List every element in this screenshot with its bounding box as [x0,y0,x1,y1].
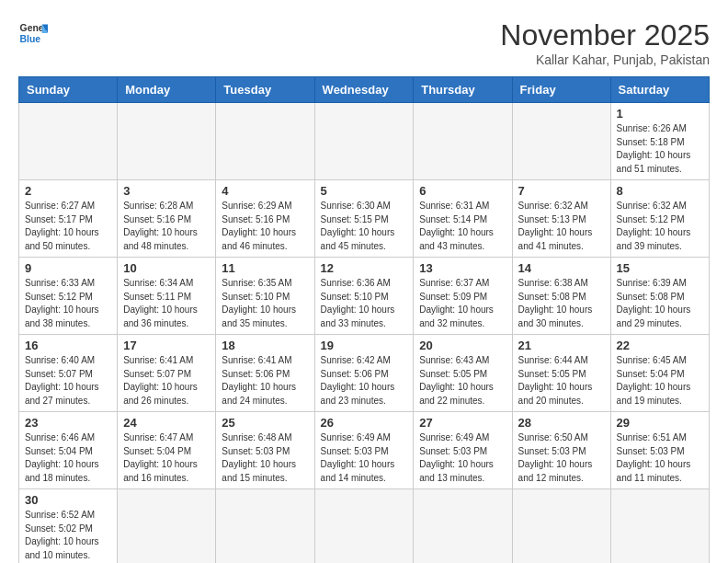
day-info: Sunrise: 6:37 AM Sunset: 5:09 PM Dayligh… [419,277,506,330]
calendar-cell [414,489,512,564]
day-info: Sunrise: 6:38 AM Sunset: 5:08 PM Dayligh… [518,277,605,330]
day-info: Sunrise: 6:26 AM Sunset: 5:18 PM Dayligh… [617,122,703,176]
calendar-cell: 4Sunrise: 6:29 AM Sunset: 5:16 PM Daylig… [216,180,314,258]
calendar-cell: 10Sunrise: 6:34 AM Sunset: 5:11 PM Dayli… [118,258,216,335]
day-info: Sunrise: 6:29 AM Sunset: 5:16 PM Dayligh… [222,200,308,253]
day-number: 19 [321,339,408,352]
day-info: Sunrise: 6:32 AM Sunset: 5:13 PM Dayligh… [518,200,605,253]
calendar-cell: 16Sunrise: 6:40 AM Sunset: 5:07 PM Dayli… [19,335,118,412]
day-info: Sunrise: 6:47 AM Sunset: 5:04 PM Dayligh… [123,431,210,485]
day-number: 21 [518,339,605,352]
day-number: 3 [123,184,210,198]
day-number: 14 [518,261,605,275]
weekday-header-sunday: Sunday [19,77,118,103]
calendar-cell: 3Sunrise: 6:28 AM Sunset: 5:16 PM Daylig… [118,180,216,258]
day-info: Sunrise: 6:49 AM Sunset: 5:03 PM Dayligh… [321,431,408,485]
calendar-cell: 9Sunrise: 6:33 AM Sunset: 5:12 PM Daylig… [19,258,118,335]
day-number: 10 [123,261,210,275]
day-number: 23 [25,416,111,430]
day-number: 30 [25,493,111,507]
calendar-cell: 11Sunrise: 6:35 AM Sunset: 5:10 PM Dayli… [216,258,314,335]
day-info: Sunrise: 6:43 AM Sunset: 5:05 PM Dayligh… [419,354,506,408]
day-number: 12 [321,261,408,275]
calendar-cell: 14Sunrise: 6:38 AM Sunset: 5:08 PM Dayli… [512,258,610,335]
weekday-header-tuesday: Tuesday [216,77,314,103]
month-title: November 2025 [500,18,710,52]
day-info: Sunrise: 6:45 AM Sunset: 5:04 PM Dayligh… [617,354,703,408]
day-number: 5 [321,184,408,198]
calendar-cell: 17Sunrise: 6:41 AM Sunset: 5:07 PM Dayli… [118,335,216,412]
day-info: Sunrise: 6:36 AM Sunset: 5:10 PM Dayligh… [321,277,408,330]
calendar-cell [118,103,216,180]
calendar-cell: 28Sunrise: 6:50 AM Sunset: 5:03 PM Dayli… [512,412,610,489]
calendar-cell: 21Sunrise: 6:44 AM Sunset: 5:05 PM Dayli… [512,335,610,412]
calendar-cell: 25Sunrise: 6:48 AM Sunset: 5:03 PM Dayli… [216,412,314,489]
weekday-header-friday: Friday [512,77,610,103]
calendar-week-2: 2Sunrise: 6:27 AM Sunset: 5:17 PM Daylig… [19,180,710,258]
calendar-cell: 12Sunrise: 6:36 AM Sunset: 5:10 PM Dayli… [314,258,414,335]
calendar-table: SundayMondayTuesdayWednesdayThursdayFrid… [18,76,710,563]
location-subtitle: Kallar Kahar, Punjab, Pakistan [500,52,710,67]
day-info: Sunrise: 6:35 AM Sunset: 5:10 PM Dayligh… [222,277,308,330]
calendar-cell: 5Sunrise: 6:30 AM Sunset: 5:15 PM Daylig… [314,180,414,258]
day-number: 28 [518,416,605,430]
day-number: 27 [419,416,506,430]
day-number: 1 [617,107,703,121]
day-info: Sunrise: 6:30 AM Sunset: 5:15 PM Dayligh… [321,200,408,253]
day-number: 7 [518,184,605,198]
day-info: Sunrise: 6:32 AM Sunset: 5:12 PM Dayligh… [617,200,703,253]
weekday-header-thursday: Thursday [414,77,512,103]
calendar-cell: 18Sunrise: 6:41 AM Sunset: 5:06 PM Dayli… [216,335,314,412]
day-number: 24 [123,416,210,430]
day-number: 2 [25,184,111,198]
day-number: 18 [222,339,308,352]
calendar-cell [610,489,709,564]
calendar-cell: 20Sunrise: 6:43 AM Sunset: 5:05 PM Dayli… [414,335,512,412]
calendar-cell [512,489,610,564]
day-info: Sunrise: 6:31 AM Sunset: 5:14 PM Dayligh… [419,200,506,253]
calendar-cell: 23Sunrise: 6:46 AM Sunset: 5:04 PM Dayli… [19,412,118,489]
calendar-cell: 8Sunrise: 6:32 AM Sunset: 5:12 PM Daylig… [610,180,709,258]
calendar-cell [19,103,118,180]
day-info: Sunrise: 6:48 AM Sunset: 5:03 PM Dayligh… [222,431,308,485]
calendar-cell [216,489,314,564]
calendar-cell: 15Sunrise: 6:39 AM Sunset: 5:08 PM Dayli… [610,258,709,335]
calendar-cell [216,103,314,180]
calendar-cell: 2Sunrise: 6:27 AM Sunset: 5:17 PM Daylig… [19,180,118,258]
calendar-cell: 19Sunrise: 6:42 AM Sunset: 5:06 PM Dayli… [314,335,414,412]
day-number: 29 [617,416,703,430]
calendar-cell: 6Sunrise: 6:31 AM Sunset: 5:14 PM Daylig… [414,180,512,258]
day-info: Sunrise: 6:50 AM Sunset: 5:03 PM Dayligh… [518,431,605,485]
weekday-header-monday: Monday [118,77,216,103]
weekday-header-row: SundayMondayTuesdayWednesdayThursdayFrid… [19,77,710,103]
calendar-week-6: 30Sunrise: 6:52 AM Sunset: 5:02 PM Dayli… [19,489,710,564]
day-info: Sunrise: 6:44 AM Sunset: 5:05 PM Dayligh… [518,354,605,408]
svg-text:Blue: Blue [20,34,41,44]
calendar-cell: 1Sunrise: 6:26 AM Sunset: 5:18 PM Daylig… [610,103,709,180]
day-info: Sunrise: 6:49 AM Sunset: 5:03 PM Dayligh… [419,431,506,485]
calendar-week-3: 9Sunrise: 6:33 AM Sunset: 5:12 PM Daylig… [19,258,710,335]
day-info: Sunrise: 6:42 AM Sunset: 5:06 PM Dayligh… [321,354,408,408]
logo-icon: General Blue [18,18,48,48]
title-block: November 2025 Kallar Kahar, Punjab, Paki… [500,18,710,67]
calendar-cell: 24Sunrise: 6:47 AM Sunset: 5:04 PM Dayli… [118,412,216,489]
calendar-week-4: 16Sunrise: 6:40 AM Sunset: 5:07 PM Dayli… [19,335,710,412]
day-number: 15 [617,261,703,275]
day-number: 25 [222,416,308,430]
day-number: 20 [419,339,506,352]
day-number: 11 [222,261,308,275]
day-info: Sunrise: 6:34 AM Sunset: 5:11 PM Dayligh… [123,277,210,330]
page-header: General Blue November 2025 Kallar Kahar,… [18,18,710,67]
calendar-cell [512,103,610,180]
calendar-cell [314,489,414,564]
calendar-cell [314,103,414,180]
calendar-cell: 29Sunrise: 6:51 AM Sunset: 5:03 PM Dayli… [610,412,709,489]
day-number: 26 [321,416,408,430]
calendar-cell: 27Sunrise: 6:49 AM Sunset: 5:03 PM Dayli… [414,412,512,489]
calendar-cell: 22Sunrise: 6:45 AM Sunset: 5:04 PM Dayli… [610,335,709,412]
logo: General Blue [18,18,48,48]
calendar-cell: 13Sunrise: 6:37 AM Sunset: 5:09 PM Dayli… [414,258,512,335]
calendar-cell: 26Sunrise: 6:49 AM Sunset: 5:03 PM Dayli… [314,412,414,489]
day-info: Sunrise: 6:41 AM Sunset: 5:06 PM Dayligh… [222,354,308,408]
day-info: Sunrise: 6:33 AM Sunset: 5:12 PM Dayligh… [25,277,111,330]
